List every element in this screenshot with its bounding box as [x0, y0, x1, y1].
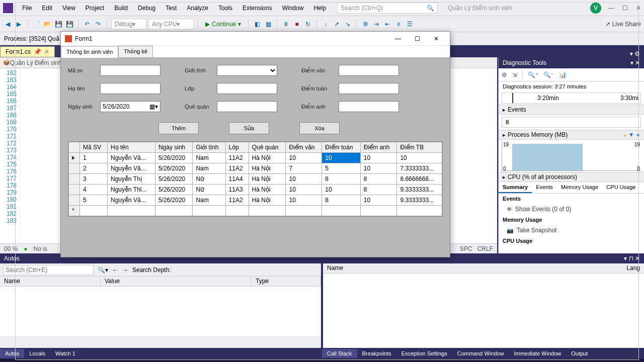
grid-cell[interactable]: 5/26/2020 — [155, 185, 193, 195]
grid-cell[interactable]: Nữ — [193, 185, 225, 195]
grid-cell[interactable]: 8 — [322, 195, 360, 206]
grid-cell[interactable]: Nam — [193, 153, 225, 163]
grid-cell[interactable]: Nguyễn Thi... — [108, 185, 155, 195]
grid-header[interactable]: Điểm anh — [360, 142, 397, 153]
grid-cell[interactable]: Hà Nội — [249, 153, 286, 163]
grid-cell[interactable]: 4 — [80, 185, 108, 195]
grid-cell[interactable]: 10 — [286, 174, 322, 185]
input-diemanh[interactable] — [339, 101, 399, 112]
grid-header[interactable]: Quê quán — [249, 142, 286, 153]
grid-cell[interactable]: 11A2 — [225, 195, 249, 206]
close-icon[interactable]: ✕ — [427, 32, 446, 45]
grid-cell[interactable]: 10 — [360, 153, 397, 163]
grid-cell[interactable]: Hà Nội — [249, 195, 286, 206]
grid-cell[interactable]: 11A2 — [225, 153, 249, 163]
minimize-icon[interactable]: — — [388, 32, 408, 45]
grid-cell[interactable]: Hà Nội — [249, 163, 286, 174]
grid-cell[interactable]: 11A4 — [225, 174, 249, 185]
grid-cell[interactable]: Nữ — [193, 174, 225, 185]
grid-cell[interactable]: 5/26/2020 — [155, 153, 193, 163]
grid-cell[interactable]: 5 — [80, 195, 108, 206]
grid-cell[interactable]: 2 — [80, 163, 108, 174]
grid-cell[interactable] — [80, 206, 108, 216]
row-selector[interactable] — [69, 163, 80, 174]
input-hoten[interactable] — [100, 83, 160, 94]
grid-cell[interactable]: 10 — [397, 153, 442, 163]
grid-cell[interactable] — [155, 206, 193, 216]
grid-cell[interactable]: Nguyễn Vă... — [108, 153, 155, 163]
tab-thong-tin[interactable]: Thông tin sinh viên — [61, 46, 118, 58]
grid-cell[interactable]: 11A3 — [225, 185, 249, 195]
grid-cell[interactable]: 10 — [286, 153, 322, 163]
grid-cell[interactable]: 9.3333333... — [397, 185, 442, 195]
calendar-icon[interactable]: ▦▾ — [149, 103, 158, 110]
grid-cell[interactable] — [108, 206, 155, 216]
grid-cell[interactable]: 8 — [360, 185, 397, 195]
grid-cell[interactable] — [249, 206, 286, 216]
input-quequan[interactable] — [217, 101, 277, 112]
nav-back-icon[interactable]: ◀ — [3, 20, 12, 29]
grid-cell[interactable]: 5/26/2020 — [155, 195, 193, 206]
grid-header[interactable]: Mã SV — [80, 142, 108, 153]
input-diemvan[interactable] — [339, 65, 399, 76]
grid-cell[interactable]: 10 — [286, 195, 322, 206]
grid-header[interactable]: Họ tên — [108, 142, 155, 153]
grid-cell[interactable]: 10 — [286, 185, 322, 195]
grid-cell[interactable]: 10 — [322, 153, 360, 163]
grid-cell[interactable] — [397, 206, 442, 216]
grid-cell[interactable]: 5/26/2020 — [155, 174, 193, 185]
grid-cell[interactable] — [225, 206, 249, 216]
row-selector[interactable] — [69, 153, 80, 163]
grid-cell[interactable]: Nguyễn Thị — [108, 174, 155, 185]
grid-header[interactable]: Giới tính — [193, 142, 225, 153]
grid-cell[interactable]: 8 — [360, 174, 397, 185]
row-selector[interactable] — [69, 174, 80, 185]
sua-button[interactable]: Sửa — [229, 122, 269, 134]
grid-cell[interactable] — [286, 206, 322, 216]
xoa-button[interactable]: Xóa — [299, 122, 340, 134]
input-diemtoan[interactable] — [339, 83, 399, 94]
grid-header[interactable]: Điểm toán — [322, 142, 360, 153]
input-lop[interactable] — [217, 83, 277, 94]
grid-cell[interactable]: 1 — [80, 153, 108, 163]
new-row-selector[interactable]: * — [69, 206, 80, 216]
grid-cell[interactable] — [322, 206, 360, 216]
grid-cell[interactable]: 9.3333333... — [397, 195, 442, 206]
grid-cell[interactable] — [360, 206, 397, 216]
grid-cell[interactable]: Nam — [193, 195, 225, 206]
line-number: 167 — [0, 105, 17, 112]
grid-cell[interactable]: 3 — [80, 174, 108, 185]
grid-cell[interactable]: 7.3333333... — [397, 163, 442, 174]
grid-cell[interactable]: Nam — [193, 163, 225, 174]
grid-header[interactable]: Điểm TB — [397, 142, 442, 153]
row-selector[interactable] — [69, 195, 80, 206]
grid-cell[interactable] — [193, 206, 225, 216]
grid-cell[interactable]: Hà Nội — [249, 174, 286, 185]
grid-cell[interactable]: Nguyễn Vă... — [108, 195, 155, 206]
grid-cell[interactable]: Nguyễn Vă... — [108, 163, 155, 174]
grid-header[interactable]: Ngày sinh — [155, 142, 193, 153]
them-button[interactable]: Thêm — [158, 122, 199, 134]
grid-cell[interactable]: 8 — [322, 174, 360, 185]
input-masv[interactable] — [100, 65, 160, 76]
grid-cell[interactable]: 10 — [322, 185, 360, 195]
grid-cell[interactable]: 8.6666666... — [397, 174, 442, 185]
maximize-icon[interactable]: ☐ — [408, 32, 427, 45]
line-number: 176 — [0, 168, 17, 175]
grid-cell[interactable]: 5/26/2020 — [155, 163, 193, 174]
grid-cell[interactable]: 10 — [360, 195, 397, 206]
grid-cell[interactable]: 11A2 — [225, 163, 249, 174]
row-selector[interactable] — [69, 185, 80, 195]
grid-cell[interactable]: 7 — [286, 163, 322, 174]
grid-cell[interactable]: 5 — [322, 163, 360, 174]
form1-tabs: Thông tin sinh viên Thống kê — [61, 46, 450, 58]
grid-header[interactable]: Điểm văn — [286, 142, 322, 153]
tab-thong-ke[interactable]: Thống kê — [118, 46, 153, 57]
grid-cell[interactable]: 10 — [360, 163, 397, 174]
datepicker-ngaysinh[interactable]: 5/26/2020 ▦▾ — [100, 101, 160, 112]
grid-cell[interactable]: Hà Nội — [249, 185, 286, 195]
form1-titlebar[interactable]: Form1 — ☐ ✕ — [61, 32, 450, 46]
grid-header[interactable]: Lớp — [225, 142, 249, 153]
data-grid[interactable]: Mã SVHọ tênNgày sinhGiới tínhLớpQuê quán… — [68, 141, 443, 217]
select-gioitinh[interactable] — [217, 65, 277, 76]
